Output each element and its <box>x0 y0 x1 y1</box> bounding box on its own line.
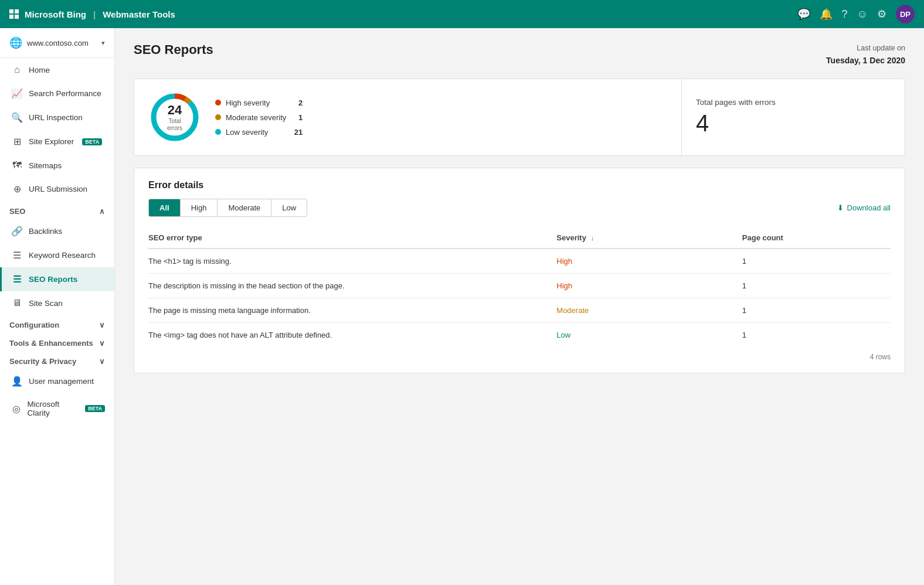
topnav: Microsoft Bing | Webmaster Tools 💬 🔔 ? ☺… <box>0 0 924 28</box>
error-severity: High <box>556 274 742 298</box>
sidebar-item-search-performance[interactable]: 📈 Search Performance <box>0 81 114 106</box>
severity-item-moderate: Moderate severity 1 <box>215 113 303 122</box>
tab-low[interactable]: Low <box>271 199 307 216</box>
page-title: SEO Reports <box>134 42 213 57</box>
sidebar-item-label: Sitemaps <box>29 161 62 170</box>
site-name: www.contoso.com <box>27 39 97 47</box>
topnav-actions: 💬 🔔 ? ☺ ⚙ DP <box>797 5 915 23</box>
sidebar-item-home[interactable]: ⌂ Home <box>0 58 114 81</box>
col-header-error: SEO error type <box>148 227 556 249</box>
windows-grid-icon[interactable] <box>9 9 19 19</box>
sidebar-item-label: Backlinks <box>29 227 62 236</box>
last-update: Last update on Tuesday, 1 Dec 2020 <box>826 42 905 67</box>
feedback-icon[interactable]: 💬 <box>797 8 810 21</box>
sidebar-item-backlinks[interactable]: 🔗 Backlinks <box>0 219 114 243</box>
tab-high[interactable]: High <box>181 199 218 216</box>
sidebar-item-label: URL Submission <box>29 185 87 193</box>
sidebar-item-seo-reports[interactable]: ☰ SEO Reports <box>0 267 114 291</box>
sidebar-item-label: Site Scan <box>29 299 63 308</box>
sidebar-item-label: Site Explorer <box>29 137 74 146</box>
summary-total-pages: Total pages with errors 4 <box>682 79 905 155</box>
sidebar-item-microsoft-clarity[interactable]: ◎ Microsoft Clarity BETA <box>0 393 114 424</box>
error-description: The page is missing meta language inform… <box>148 298 556 323</box>
error-severity: Moderate <box>556 298 742 323</box>
sidebar-item-sitemaps[interactable]: 🗺 Sitemaps <box>0 154 114 177</box>
donut-label: Total errors <box>162 117 188 131</box>
sidebar-item-label: Keyword Research <box>29 251 96 260</box>
seo-reports-icon: ☰ <box>11 274 23 285</box>
beta-badge: BETA <box>82 138 102 145</box>
severity-item-low: Low severity 21 <box>215 128 303 137</box>
brand-logo: Microsoft Bing | Webmaster Tools <box>25 9 175 19</box>
home-icon: ⌂ <box>11 64 23 75</box>
sidebar-item-label: User management <box>29 377 94 386</box>
settings-icon[interactable]: ⚙ <box>877 8 886 21</box>
tab-moderate[interactable]: Moderate <box>218 199 271 216</box>
sidebar-item-url-inspection[interactable]: 🔍 URL Inspection <box>0 106 114 130</box>
sitemaps-icon: 🗺 <box>11 160 23 171</box>
table-row: The page is missing meta language inform… <box>148 298 891 323</box>
tools-enhancements-section[interactable]: Tools & Enhancements ∨ <box>0 333 114 351</box>
donut-number: 24 <box>162 103 188 117</box>
user-management-icon: 👤 <box>11 376 23 387</box>
help-icon[interactable]: ? <box>842 8 848 21</box>
configuration-section[interactable]: Configuration ∨ <box>0 315 114 333</box>
tools-chevron: ∨ <box>99 339 105 348</box>
error-description: The <img> tag does not have an ALT attri… <box>148 323 556 348</box>
page-count: 1 <box>742 298 891 323</box>
sidebar-item-label: Home <box>29 66 50 74</box>
backlinks-icon: 🔗 <box>11 226 23 237</box>
security-privacy-section[interactable]: Security & Privacy ∨ <box>0 351 114 369</box>
download-all-button[interactable]: ⬇ Download all <box>837 203 891 212</box>
col-header-severity[interactable]: Severity ↓ <box>556 227 742 249</box>
error-details-card: Error details All High Moderate Low ⬇ Do… <box>134 168 905 373</box>
table-header-row: SEO error type Severity ↓ Page count <box>148 227 891 249</box>
url-submission-icon: ⊕ <box>11 183 23 195</box>
brand-name: Microsoft Bing <box>25 9 86 19</box>
error-description: The description is missing in the head s… <box>148 274 556 298</box>
search-performance-icon: 📈 <box>11 88 23 99</box>
notifications-icon[interactable]: 🔔 <box>820 8 833 21</box>
low-dot <box>215 129 221 135</box>
sidebar-item-site-explorer[interactable]: ⊞ Site Explorer BETA <box>0 130 114 154</box>
sidebar-item-url-submission[interactable]: ⊕ URL Submission <box>0 177 114 201</box>
moderate-dot <box>215 114 221 120</box>
sort-icon: ↓ <box>591 234 595 242</box>
site-scan-icon: 🖥 <box>11 298 23 308</box>
emoji-icon[interactable]: ☺ <box>857 8 868 21</box>
tab-all[interactable]: All <box>149 199 181 216</box>
seo-section-header[interactable]: SEO ∧ <box>0 201 114 219</box>
sidebar: 🌐 www.contoso.com ▾ ⌂ Home 📈 Search Perf… <box>0 28 115 585</box>
error-details-title: Error details <box>148 180 891 191</box>
table-row: The <img> tag does not have an ALT attri… <box>148 323 891 348</box>
tools-enhancements-label: Tools & Enhancements <box>9 339 93 348</box>
page-count: 1 <box>742 323 891 348</box>
user-avatar[interactable]: DP <box>896 5 915 23</box>
error-severity: High <box>556 249 742 274</box>
sidebar-item-label: SEO Reports <box>29 275 77 284</box>
high-dot <box>215 100 221 106</box>
sidebar-item-user-management[interactable]: 👤 User management <box>0 369 114 393</box>
sidebar-item-site-scan[interactable]: 🖥 Site Scan <box>0 291 114 315</box>
donut-chart: 24 Total errors <box>148 91 201 144</box>
seo-section-label: SEO <box>9 207 25 216</box>
total-pages-number: 4 <box>696 110 891 137</box>
security-privacy-label: Security & Privacy <box>9 357 76 366</box>
sidebar-item-keyword-research[interactable]: ☰ Keyword Research <box>0 243 114 267</box>
configuration-label: Configuration <box>9 321 59 329</box>
page-header: SEO Reports Last update on Tuesday, 1 De… <box>134 42 905 67</box>
clarity-icon: ◎ <box>11 403 22 414</box>
download-icon: ⬇ <box>837 203 844 212</box>
total-pages-label: Total pages with errors <box>696 98 891 107</box>
site-explorer-icon: ⊞ <box>11 136 23 147</box>
high-label: High severity <box>226 98 270 107</box>
low-label: Low severity <box>226 128 268 137</box>
clarity-beta-badge: BETA <box>85 405 105 412</box>
rows-count: 4 rows <box>148 353 891 361</box>
download-label: Download all <box>847 203 891 212</box>
table-row: The <h1> tag is missing. High 1 <box>148 249 891 274</box>
table-row: The description is missing in the head s… <box>148 274 891 298</box>
site-selector[interactable]: 🌐 www.contoso.com ▾ <box>0 28 114 58</box>
last-update-label: Last update on <box>857 44 905 52</box>
error-severity: Low <box>556 323 742 348</box>
